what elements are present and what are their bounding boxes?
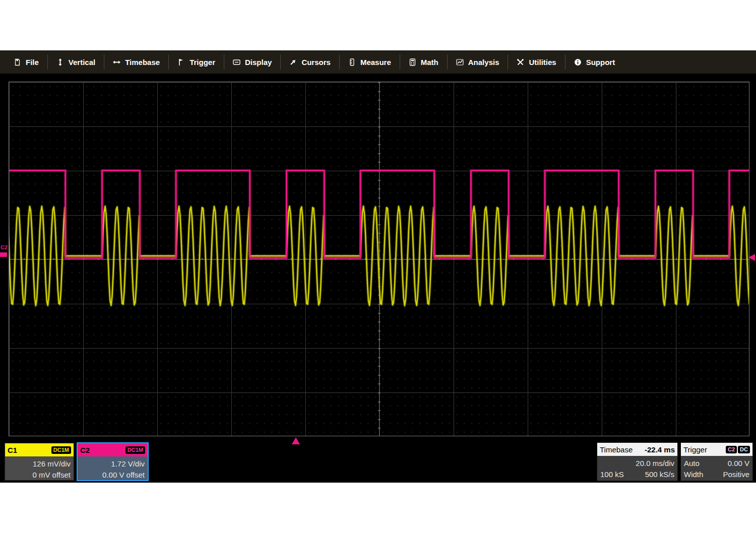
- trigger-slope: Positive: [723, 470, 749, 479]
- menu-item-vertical[interactable]: Vertical: [47, 54, 104, 70]
- c1-scale: 126 mV/div: [8, 459, 71, 468]
- menu-item-analysis[interactable]: Analysis: [447, 54, 508, 70]
- menu-item-support[interactable]: Support: [565, 54, 624, 70]
- oscilloscope-screen: { "menu": { "items": [ {"label": "File"}…: [0, 0, 756, 534]
- file-icon: [14, 58, 21, 66]
- timebase-delay: -22.4 ms: [645, 445, 675, 454]
- menu-item-measure[interactable]: Measure: [339, 54, 400, 70]
- trigger-descriptor-box[interactable]: Trigger C2 DC Auto 0.00 V Width Positive: [680, 442, 753, 481]
- c2-label: C2: [80, 446, 90, 454]
- menu-item-label: Analysis: [468, 58, 499, 66]
- oscilloscope-app: File Vertical Timebase Trigger Display C…: [0, 50, 756, 483]
- menu-item-label: Support: [586, 58, 615, 66]
- info-icon: [574, 58, 582, 66]
- menu-item-timebase[interactable]: Timebase: [104, 54, 168, 70]
- waveform-plot-area[interactable]: [9, 82, 749, 436]
- trigger-source-badge: C2: [726, 446, 737, 453]
- horizontal-arrows-icon: [113, 58, 120, 66]
- measure-ruler-icon: [348, 58, 356, 66]
- menu-item-label: Display: [245, 58, 272, 66]
- menu-item-label: Vertical: [69, 58, 95, 66]
- waveform-traces: [9, 82, 749, 436]
- menu-item-cursors[interactable]: Cursors: [280, 54, 339, 70]
- channel-c2-descriptor-box[interactable]: C2 DC1M 1.72 V/div 0.00 V offset: [77, 442, 149, 481]
- menu-item-math[interactable]: Math: [400, 54, 447, 70]
- timebase-label: Timebase: [600, 445, 633, 454]
- trigger-level-marker[interactable]: [748, 254, 755, 261]
- menu-item-label: File: [26, 58, 39, 66]
- timebase-descriptor-box[interactable]: Timebase -22.4 ms 20.0 ms/div 100 kS 500…: [597, 442, 678, 481]
- timebase-points: 100 kS: [600, 470, 624, 479]
- menu-item-label: Math: [421, 58, 438, 66]
- trigger-flag-icon: [177, 58, 185, 66]
- calculator-icon: [409, 58, 416, 66]
- c1-offset: 0 mV offset: [8, 471, 71, 479]
- trigger-type: Width: [684, 470, 703, 479]
- c2-offset-marker-dash[interactable]: [0, 252, 7, 257]
- cursor-arrow-icon: [289, 58, 297, 66]
- analysis-chart-icon: [456, 58, 464, 66]
- menu-item-label: Measure: [360, 58, 391, 66]
- menu-item-label: Trigger: [190, 58, 215, 66]
- trigger-position-marker[interactable]: [292, 437, 300, 444]
- menu-item-label: Utilities: [529, 58, 556, 66]
- menu-bar: File Vertical Timebase Trigger Display C…: [0, 50, 756, 74]
- c2-offset: 0.00 V offset: [81, 471, 145, 479]
- menu-item-file[interactable]: File: [5, 54, 47, 70]
- c2-coupling-badge: DC1M: [125, 446, 145, 454]
- c2-offset-marker[interactable]: C2: [1, 245, 8, 250]
- trigger-coupling-badge: DC: [738, 446, 750, 453]
- trigger-label: Trigger: [683, 445, 707, 454]
- trigger-level: 0.00 V: [728, 459, 749, 468]
- menu-item-trigger[interactable]: Trigger: [168, 54, 224, 70]
- vertical-arrows-icon: [56, 58, 64, 66]
- c1-label: C1: [8, 446, 17, 454]
- trigger-mode: Auto: [684, 459, 700, 468]
- tools-icon: [517, 58, 524, 66]
- menu-item-label: Cursors: [301, 58, 331, 66]
- timebase-sample-rate: 500 kS/s: [645, 470, 674, 479]
- display-icon: [233, 58, 240, 66]
- menu-item-label: Timebase: [125, 58, 160, 66]
- c1-coupling-badge: DC1M: [51, 446, 71, 454]
- channel-c1-descriptor-box[interactable]: C1 DC1M 126 mV/div 0 mV offset: [4, 442, 75, 481]
- c2-scale: 1.72 V/div: [81, 459, 145, 468]
- menu-item-utilities[interactable]: Utilities: [508, 54, 564, 70]
- timebase-scale: 20.0 ms/div: [600, 459, 674, 468]
- menu-item-display[interactable]: Display: [224, 54, 280, 70]
